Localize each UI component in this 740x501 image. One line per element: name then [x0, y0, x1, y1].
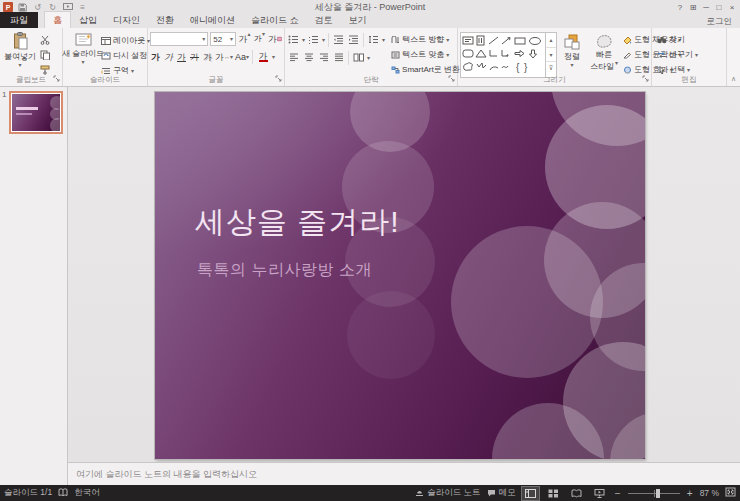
section-icon	[101, 67, 111, 75]
undo-icon[interactable]: ↺	[32, 2, 43, 13]
bullets-button[interactable]	[287, 33, 300, 47]
tab-file[interactable]: 파일	[0, 12, 38, 28]
increase-indent-button[interactable]	[347, 33, 360, 47]
align-left-button[interactable]	[287, 51, 300, 65]
zoom-in-button[interactable]: +	[686, 488, 694, 499]
login-link[interactable]: 로그인	[707, 16, 740, 28]
slide-number: 1	[2, 90, 6, 99]
zoom-slider[interactable]	[628, 489, 680, 498]
font-size-combo[interactable]: 52▾	[210, 32, 236, 46]
maximize-icon[interactable]: □	[713, 1, 725, 13]
strikethrough-button[interactable]: 가	[189, 50, 200, 64]
find-button[interactable]: 찾기	[657, 32, 698, 47]
shape-gallery-up-icon[interactable]: ▴	[546, 33, 556, 47]
comments-button[interactable]: 메모	[487, 487, 516, 499]
slide-title-text[interactable]: 세상을 즐겨라!	[195, 202, 400, 243]
paste-dropdown-caret: ▾	[18, 63, 21, 67]
window-controls: ? ⊞ ─ □ ×	[674, 1, 740, 13]
spellcheck-icon[interactable]	[58, 488, 68, 499]
svg-text:{: {	[516, 62, 520, 73]
ribbon-tab-bar: 파일 홈 삽입 디자인 전환 애니메이션 슬라이드 쇼 검토 보기 로그인	[0, 14, 740, 28]
slide-indicator[interactable]: 슬라이드 1/1	[4, 487, 52, 499]
clear-formatting-button[interactable]: 가	[268, 32, 282, 46]
text-direction-button[interactable]: 텍스트 방향▾	[391, 32, 465, 47]
align-text-button[interactable]: 텍스트 맞춤▾	[391, 47, 465, 62]
text-shadow-button[interactable]: 가	[202, 50, 213, 64]
slide-subtitle-text[interactable]: 톡톡의 누리사랑방 소개	[197, 260, 372, 281]
slide[interactable]: 세상을 즐겨라! 톡톡의 누리사랑방 소개	[155, 92, 645, 459]
reset-button[interactable]: 다시 설정	[101, 48, 150, 63]
drawing-dialog-launcher[interactable]	[642, 75, 649, 84]
slide-sorter-view-button[interactable]	[545, 487, 562, 500]
tab-transitions[interactable]: 전환	[148, 12, 182, 28]
zoom-slider-thumb[interactable]	[656, 489, 660, 498]
shape-gallery[interactable]: { } ▴ ▾ ⊽	[460, 32, 557, 78]
tab-review[interactable]: 검토	[307, 12, 341, 28]
cut-icon[interactable]	[38, 33, 51, 47]
zoom-level[interactable]: 87 %	[700, 488, 719, 498]
language-indicator[interactable]: 한국어	[74, 487, 100, 499]
layout-icon	[101, 37, 111, 45]
tab-home[interactable]: 홈	[44, 11, 71, 28]
italic-button[interactable]: 가	[163, 50, 174, 64]
numbering-button[interactable]	[307, 33, 320, 47]
tab-slideshow[interactable]: 슬라이드 쇼	[243, 12, 307, 28]
arrange-button[interactable]: 정렬 ▾	[557, 32, 587, 78]
notes-pane[interactable]: 여기에 슬라이드 노트의 내용을 입력하십시오	[68, 462, 740, 485]
font-color-button[interactable]: 가	[256, 50, 270, 64]
tab-animations[interactable]: 애니메이션	[182, 12, 243, 28]
ribbon-display-options-icon[interactable]: ⊞	[687, 1, 699, 13]
zoom-out-button[interactable]: −	[614, 488, 622, 499]
character-spacing-button[interactable]: 가↔▾	[215, 50, 233, 64]
underline-button[interactable]: 가	[176, 50, 187, 64]
tab-view[interactable]: 보기	[341, 12, 375, 28]
new-slide-button[interactable]: 새 슬라이드 ▾	[65, 30, 101, 76]
quick-styles-button[interactable]: 빠른 스타일▾	[587, 32, 621, 78]
minimize-icon[interactable]: ─	[700, 1, 712, 13]
paragraph-dialog-launcher[interactable]	[448, 75, 455, 84]
font-name-combo[interactable]: ▾	[150, 32, 208, 46]
align-center-button[interactable]	[302, 51, 315, 65]
copy-icon[interactable]	[38, 48, 51, 62]
replace-button[interactable]: 바꾸기▾	[657, 47, 698, 62]
help-icon[interactable]: ?	[674, 1, 686, 13]
notes-toggle-button[interactable]: 슬라이드 노트	[415, 487, 480, 499]
shape-gallery-down-icon[interactable]: ▾	[546, 47, 556, 61]
select-cursor-icon	[657, 66, 667, 74]
clipboard-dialog-launcher[interactable]	[53, 75, 60, 84]
shape-effects-icon	[623, 66, 632, 74]
normal-view-button[interactable]	[522, 487, 539, 500]
slideshow-view-button[interactable]	[591, 487, 608, 500]
save-icon[interactable]	[17, 2, 28, 13]
powerpoint-window: 세상을 즐겨라 - PowerPoint P ↺ ↻ ≡ ? ⊞ ─ □ × 파…	[0, 0, 740, 501]
slide-thumbnail-1[interactable]	[9, 91, 63, 134]
paste-button[interactable]: 붙여넣기 ▾	[2, 30, 38, 76]
group-font: ▾ 52▾ 가▴ 가▾ 가 가 가 가 가 가 가↔▾ Aa▾ 가 ▾ 글꼴	[148, 28, 285, 86]
powerpoint-app-icon: P	[3, 2, 13, 12]
align-text-icon	[391, 51, 400, 59]
tab-design[interactable]: 디자인	[105, 12, 148, 28]
justify-button[interactable]	[332, 51, 345, 65]
customize-qat-icon[interactable]: ≡	[77, 2, 88, 13]
font-dialog-launcher[interactable]	[275, 75, 282, 84]
bold-button[interactable]: 가	[150, 50, 161, 64]
collapse-ribbon-icon[interactable]: ∧	[731, 75, 736, 83]
notes-placeholder[interactable]: 여기에 슬라이드 노트의 내용을 입력하십시오	[76, 468, 257, 481]
fit-slide-to-window-icon[interactable]	[725, 487, 736, 499]
align-right-button[interactable]	[317, 51, 330, 65]
shape-gallery-more-icon[interactable]: ⊽	[546, 61, 556, 74]
shape-gallery-icons: { }	[461, 33, 545, 75]
shrink-font-button[interactable]: 가▾	[253, 32, 266, 46]
layout-button[interactable]: 레이아웃▾	[101, 33, 150, 48]
line-spacing-button[interactable]	[367, 33, 380, 47]
slide-editing-canvas[interactable]: 세상을 즐겨라! 톡톡의 누리사랑방 소개	[68, 87, 740, 462]
tab-insert[interactable]: 삽입	[71, 12, 105, 28]
reading-view-button[interactable]	[568, 487, 585, 500]
decrease-indent-button[interactable]	[332, 33, 345, 47]
ribbon: 붙여넣기 ▾ 클립보드 새 슬라이드 ▾ 레이아웃▾	[0, 28, 740, 87]
columns-button[interactable]	[352, 51, 365, 65]
svg-text:}: }	[524, 62, 528, 73]
close-icon[interactable]: ×	[726, 1, 738, 13]
grow-font-button[interactable]: 가▴	[238, 32, 251, 46]
change-case-button[interactable]: Aa▾	[235, 50, 249, 64]
